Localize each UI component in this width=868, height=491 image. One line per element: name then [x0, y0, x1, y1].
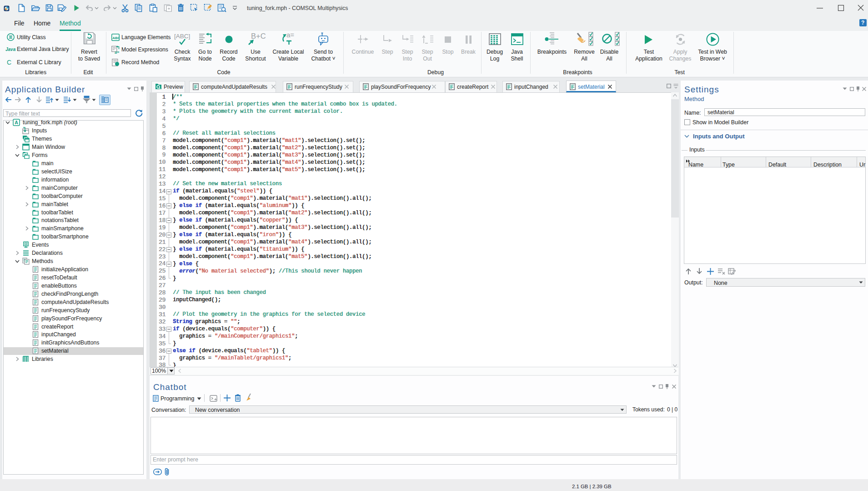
svg-text:C: C: [7, 59, 11, 66]
svg-text:Java: Java: [5, 47, 16, 52]
svg-text:A: A: [15, 120, 18, 125]
svg-text:B+C: B+C: [251, 32, 266, 40]
svg-text:ABC: ABC: [112, 36, 120, 40]
svg-text:a=: a=: [286, 31, 294, 39]
svg-text:[ABC]: [ABC]: [174, 33, 190, 40]
